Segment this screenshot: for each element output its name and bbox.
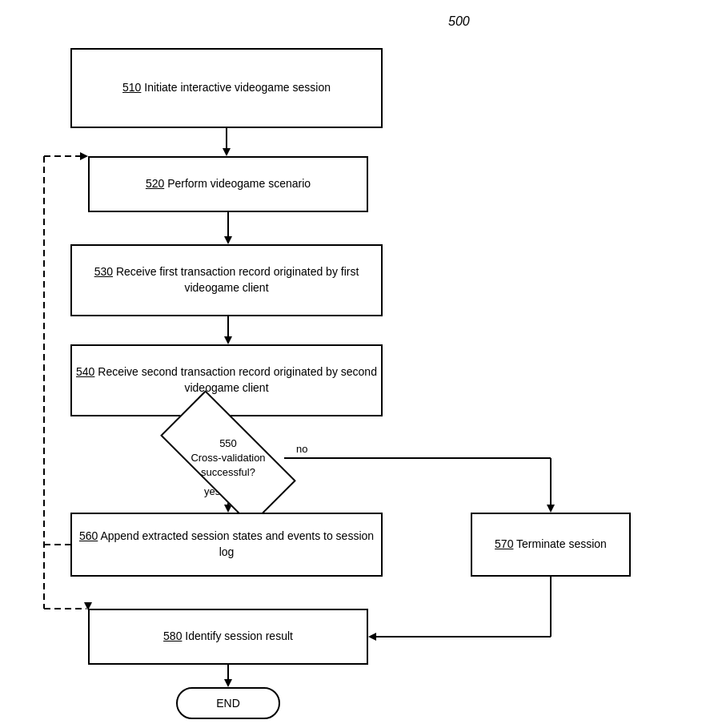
svg-marker-20 [224, 679, 232, 687]
box-570: 570 Terminate session [471, 513, 631, 577]
box-540: 540 Receive second transaction record or… [70, 344, 383, 416]
svg-marker-3 [224, 236, 232, 244]
box-520: 520 Perform videogame scenario [88, 156, 368, 212]
diamond-550: 550 Cross-validation successful? [164, 426, 292, 490]
svg-marker-1 [223, 148, 231, 156]
figure-label: 500 [448, 14, 470, 29]
flowchart-diagram: 500 [0, 0, 706, 728]
svg-marker-23 [368, 633, 376, 641]
terminal-end: END [176, 687, 280, 719]
box-580: 580 Identify session result [88, 609, 368, 665]
svg-marker-5 [224, 336, 232, 344]
svg-marker-12 [547, 505, 555, 513]
box-560: 560 Append extracted session states and … [70, 513, 383, 577]
box-530: 530 Receive first transaction record ori… [70, 244, 383, 316]
svg-text:no: no [296, 443, 307, 455]
box-510: 510 Initiate interactive videogame sessi… [70, 48, 383, 128]
svg-marker-26 [80, 152, 88, 160]
